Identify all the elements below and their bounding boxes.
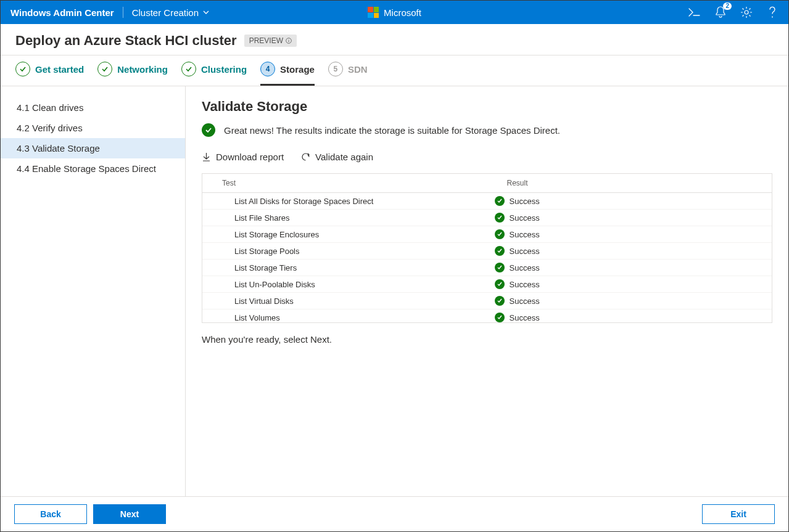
back-button[interactable]: Back [14, 504, 87, 524]
context-dropdown[interactable]: Cluster Creation [132, 7, 210, 18]
preview-badge: PREVIEW [244, 35, 297, 47]
context-label: Cluster Creation [132, 7, 199, 18]
step-label: Clustering [201, 64, 247, 75]
table-header: Test Result [202, 174, 772, 193]
table-row[interactable]: List Virtual DisksSuccess [202, 293, 772, 309]
result-text: Success [510, 263, 540, 272]
table-row[interactable]: List All Disks for Storage Spaces Direct… [202, 193, 772, 210]
cell-test: List Un-Poolable Disks [202, 277, 487, 292]
wizard-stepper: Get started Networking Clustering 4 Stor… [1, 55, 788, 86]
svg-point-0 [745, 10, 748, 14]
step-number: 4 [260, 62, 275, 76]
cell-test: List Storage Tiers [202, 260, 487, 276]
result-text: Success [510, 230, 540, 239]
table-row[interactable]: List File SharesSuccess [202, 210, 772, 226]
title-bar: Deploy an Azure Stack HCI cluster PREVIE… [1, 24, 788, 55]
cell-test: List Volumes [202, 310, 487, 323]
sidebar: 4.1 Clean drives 4.2 Verify drives 4.3 V… [1, 86, 186, 496]
success-icon [495, 213, 505, 223]
sidebar-item-clean-drives[interactable]: 4.1 Clean drives [1, 97, 185, 118]
success-icon [495, 246, 505, 256]
step-storage[interactable]: 4 Storage [260, 62, 315, 86]
checkmark-icon [181, 62, 196, 76]
step-clustering[interactable]: Clustering [181, 62, 247, 86]
success-icon [495, 263, 505, 272]
cell-result: Success [487, 226, 772, 242]
sidebar-item-enable-s2d[interactable]: 4.4 Enable Storage Spaces Direct [1, 158, 185, 179]
result-text: Success [510, 197, 540, 206]
next-button[interactable]: Next [93, 504, 166, 524]
results-table: Test Result List All Disks for Storage S… [202, 173, 772, 323]
step-number: 5 [328, 62, 343, 76]
table-row[interactable]: List Storage EnclosuresSuccess [202, 226, 772, 243]
table-row[interactable]: List Storage TiersSuccess [202, 260, 772, 276]
validate-label: Validate again [315, 152, 373, 162]
table-row[interactable]: List Un-Poolable DisksSuccess [202, 276, 772, 293]
success-icon [495, 229, 505, 239]
table-row[interactable]: List VolumesSuccess [202, 309, 772, 322]
sidebar-item-verify-drives[interactable]: 4.2 Verify drives [1, 118, 185, 138]
result-text: Success [510, 213, 540, 223]
success-icon [202, 123, 215, 137]
col-result: Result [487, 174, 772, 192]
refresh-icon [301, 152, 310, 162]
result-text: Success [510, 280, 540, 289]
divider [123, 7, 123, 18]
page-title: Deploy an Azure Stack HCI cluster [15, 33, 237, 49]
step-label: Get started [35, 64, 84, 75]
body: 4.1 Clean drives 4.2 Verify drives 4.3 V… [1, 86, 788, 496]
microsoft-squares-icon [368, 7, 379, 18]
success-icon [495, 196, 505, 206]
cell-result: Success [487, 243, 772, 259]
microsoft-logo: Microsoft [368, 7, 421, 18]
step-label: Storage [280, 64, 315, 75]
cell-result: Success [487, 260, 772, 276]
main-panel: Validate Storage Great news! The results… [186, 86, 788, 496]
chevron-down-icon [202, 9, 210, 16]
cell-result: Success [487, 210, 772, 226]
powershell-icon[interactable] [688, 6, 701, 18]
notifications-icon[interactable]: 2 [714, 6, 727, 18]
table-body[interactable]: List All Disks for Storage Spaces Direct… [202, 193, 772, 322]
sidebar-item-validate-storage[interactable]: 4.3 Validate Storage [1, 138, 185, 158]
result-text: Success [510, 297, 540, 306]
info-icon [286, 38, 292, 44]
status-text: Great news! The results indicate the sto… [224, 125, 560, 136]
download-report-button[interactable]: Download report [202, 152, 284, 162]
download-label: Download report [216, 152, 284, 162]
brand-label[interactable]: Windows Admin Center [10, 7, 114, 18]
result-text: Success [510, 313, 540, 322]
gear-icon[interactable] [740, 6, 753, 18]
top-bar: Windows Admin Center Cluster Creation Mi… [1, 1, 788, 24]
microsoft-label: Microsoft [384, 7, 421, 18]
checkmark-icon [97, 62, 112, 76]
step-label: SDN [348, 64, 368, 75]
download-icon [202, 152, 211, 162]
help-icon[interactable] [766, 6, 779, 18]
cell-test: List File Shares [202, 210, 487, 226]
status-row: Great news! The results indicate the sto… [202, 123, 772, 137]
cell-result: Success [487, 193, 772, 209]
validate-again-button[interactable]: Validate again [301, 152, 373, 162]
step-sdn: 5 SDN [328, 62, 368, 86]
cell-result: Success [487, 293, 772, 309]
exit-button[interactable]: Exit [702, 504, 775, 524]
col-test: Test [202, 174, 487, 192]
section-heading: Validate Storage [202, 99, 772, 115]
cell-result: Success [487, 276, 772, 292]
checkmark-icon [15, 62, 30, 76]
footer: Back Next Exit [1, 496, 788, 531]
hint-text: When you're ready, select Next. [202, 334, 772, 345]
cell-test: List Storage Enclosures [202, 227, 487, 242]
success-icon [495, 279, 505, 289]
result-text: Success [510, 247, 540, 256]
step-label: Networking [117, 64, 168, 75]
action-bar: Download report Validate again [202, 152, 772, 162]
table-row[interactable]: List Storage PoolsSuccess [202, 243, 772, 260]
cell-test: List Storage Pools [202, 243, 487, 259]
step-get-started[interactable]: Get started [15, 62, 84, 86]
cell-result: Success [487, 309, 772, 322]
success-icon [495, 296, 505, 306]
cell-test: List All Disks for Storage Spaces Direct [202, 194, 487, 209]
step-networking[interactable]: Networking [97, 62, 168, 86]
